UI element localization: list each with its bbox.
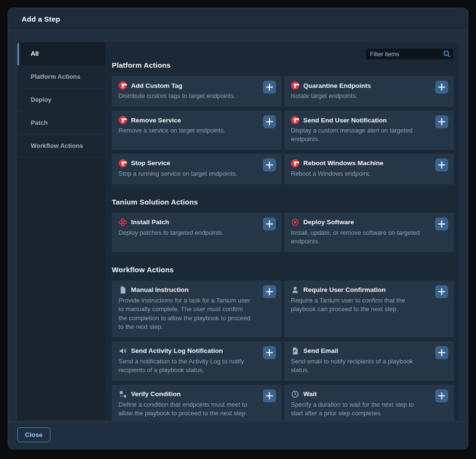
- action-card-title: Require User Confirmation: [303, 286, 386, 293]
- plus-icon: [438, 220, 445, 228]
- action-card: Reboot Windows Machine Reboot a Windows …: [284, 154, 454, 184]
- action-card-description: Specify a duration to wait for the next …: [291, 400, 447, 418]
- section-title: Tanium Solution Actions: [112, 198, 454, 206]
- modal-footer: Close: [8, 422, 468, 449]
- action-card: Send End User Notification Display a cus…: [284, 110, 454, 150]
- condition-icon: [119, 390, 127, 399]
- plus-icon: [438, 118, 445, 125]
- sidebar-tab-label: Platform Actions: [31, 73, 81, 80]
- action-card-description: Distribute custom tags to target endpoin…: [119, 92, 275, 100]
- action-card-title: Reboot Windows Machine: [303, 159, 383, 167]
- category-sidebar: All Platform Actions Deploy Patch Workfl…: [17, 42, 105, 421]
- add-step-plus-button[interactable]: [263, 346, 276, 359]
- tanium-logo-icon: [119, 81, 127, 90]
- action-card-description: Require a Tanium user to confirm that th…: [291, 296, 447, 314]
- deploy-target-icon: [291, 218, 299, 227]
- step-picker-panel: All Platform Actions Deploy Patch Workfl…: [17, 42, 459, 421]
- action-card: Deploy Software Install, update, or remo…: [284, 213, 454, 252]
- add-step-modal: Add a Step All Platform Actions Deploy P…: [8, 8, 468, 449]
- user-icon: [291, 286, 299, 294]
- sidebar-filler: [17, 157, 105, 421]
- action-card: Manual Instruction Provide instructions …: [112, 280, 282, 338]
- action-card: Send Activity Log Notification Send a no…: [112, 341, 282, 381]
- action-card: Install Patch Deploy patches to targeted…: [112, 213, 282, 252]
- plus-icon: [266, 288, 273, 295]
- add-step-plus-button[interactable]: [435, 81, 448, 94]
- modal-body: All Platform Actions Deploy Patch Workfl…: [8, 30, 468, 422]
- send-email-icon: [291, 347, 299, 355]
- action-card-title: Add Custom Tag: [131, 82, 182, 89]
- sidebar-tab-all[interactable]: All: [17, 42, 105, 65]
- modal-title: Add a Step: [22, 15, 60, 23]
- card-grid: Install Patch Deploy patches to targeted…: [112, 213, 454, 252]
- sidebar-tab-label: Workflow Actions: [31, 142, 83, 149]
- add-step-plus-button[interactable]: [435, 285, 448, 298]
- add-step-plus-button[interactable]: [435, 217, 448, 230]
- tanium-logo-icon: [291, 116, 299, 124]
- action-card-description: Reboot a Windows endpoint.: [291, 169, 447, 178]
- add-step-plus-button[interactable]: [263, 285, 276, 298]
- action-card-description: Display a custom message alert on target…: [291, 126, 447, 144]
- action-section: Tanium Solution Actions Install Patch De…: [112, 198, 454, 252]
- section-title: Platform Actions: [112, 61, 454, 69]
- plus-icon: [438, 161, 445, 169]
- action-card: Quarantine Endpoints Isolate target endp…: [284, 76, 454, 107]
- add-step-plus-button[interactable]: [263, 115, 276, 128]
- plus-icon: [266, 220, 273, 228]
- plus-icon: [438, 349, 445, 356]
- sidebar-tab-label: Deploy: [31, 96, 51, 103]
- add-step-plus-button[interactable]: [263, 217, 276, 230]
- actions-content: Platform Actions Add Custom Tag Distribu…: [105, 42, 459, 421]
- sidebar-tab-patch[interactable]: Patch: [17, 111, 105, 134]
- tanium-logo-icon: [291, 81, 299, 90]
- plus-icon: [266, 349, 273, 356]
- megaphone-icon: [119, 347, 127, 355]
- add-step-plus-button[interactable]: [263, 158, 276, 171]
- plus-icon: [438, 84, 445, 91]
- action-card: Stop Service Stop a running service on t…: [112, 154, 282, 184]
- modal-header: Add a Step: [8, 8, 468, 30]
- plus-icon: [266, 161, 273, 169]
- add-step-plus-button[interactable]: [263, 81, 276, 94]
- close-button[interactable]: Close: [17, 427, 50, 442]
- action-card-description: Install, update, or remove software on t…: [291, 229, 447, 246]
- action-card-description: Stop a running service on target endpoin…: [119, 169, 275, 178]
- clock-icon: [291, 390, 299, 399]
- action-card-description: Isolate target endpoints.: [291, 92, 447, 100]
- action-card-title: Verify Condition: [131, 390, 181, 398]
- plus-icon: [438, 392, 445, 399]
- sidebar-tab-workflow-actions[interactable]: Workflow Actions: [17, 134, 105, 157]
- add-step-plus-button[interactable]: [263, 389, 276, 402]
- sidebar-tab-platform-actions[interactable]: Platform Actions: [17, 65, 105, 88]
- action-card: Add Custom Tag Distribute custom tags to…: [112, 76, 282, 107]
- action-card: Remove Service Remove a service on targe…: [112, 110, 282, 150]
- search-icon: [443, 50, 451, 58]
- add-step-plus-button[interactable]: [435, 389, 448, 402]
- section-title: Workflow Actions: [112, 266, 454, 274]
- patch-icon: [119, 218, 127, 227]
- action-card-title: Stop Service: [131, 159, 170, 167]
- add-step-plus-button[interactable]: [435, 158, 448, 171]
- action-card: Send Email Send email to notify recipien…: [284, 341, 454, 381]
- action-card-title: Quarantine Endpoints: [303, 82, 371, 89]
- action-card-title: Install Patch: [131, 218, 169, 226]
- action-card: Verify Condition Define a condition that…: [112, 385, 282, 421]
- filter-input[interactable]: [365, 48, 454, 60]
- add-step-plus-button[interactable]: [435, 115, 448, 128]
- action-card-description: Remove a service on target endpoints.: [119, 126, 275, 135]
- action-card-description: Provide instructions for a task for a Ta…: [119, 296, 275, 332]
- sidebar-tab-label: All: [31, 50, 39, 57]
- add-step-plus-button[interactable]: [435, 346, 448, 359]
- sidebar-tab-deploy[interactable]: Deploy: [17, 88, 105, 111]
- action-card-description: Deploy patches to targeted endpoints.: [119, 229, 275, 237]
- action-card: Require User Confirmation Require a Tani…: [284, 280, 454, 338]
- tanium-logo-icon: [119, 116, 127, 124]
- action-card-title: Manual Instruction: [131, 286, 189, 293]
- action-card-title: Send End User Notification: [303, 117, 387, 124]
- document-icon: [119, 286, 127, 294]
- action-card: Wait Specify a duration to wait for the …: [284, 385, 454, 421]
- action-section: Platform Actions Add Custom Tag Distribu…: [112, 61, 454, 184]
- plus-icon: [266, 84, 273, 91]
- card-grid: Add Custom Tag Distribute custom tags to…: [112, 76, 454, 184]
- action-card-description: Send email to notify recipients of a pla…: [291, 357, 447, 375]
